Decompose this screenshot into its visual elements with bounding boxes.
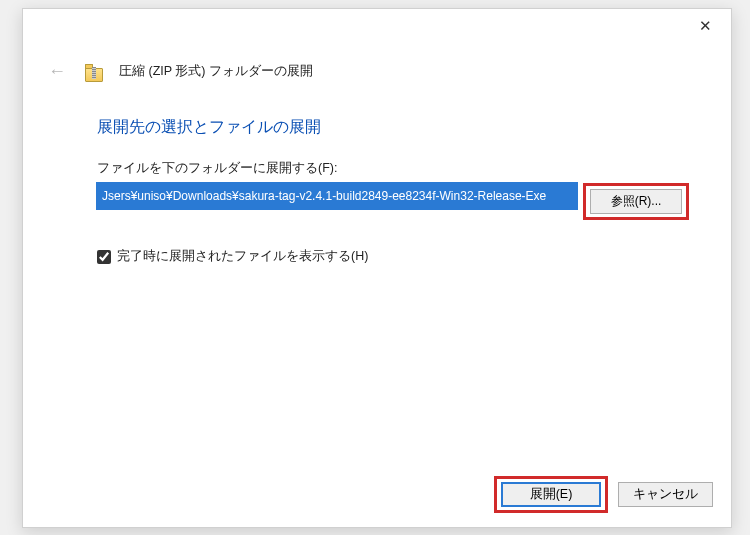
zip-folder-icon <box>85 60 103 82</box>
destination-folder-label: ファイルを下のフォルダーに展開する(F): <box>97 160 689 177</box>
back-button[interactable]: ← <box>45 59 69 83</box>
browse-button[interactable]: 参照(R)... <box>590 189 682 214</box>
show-files-label: 完了時に展開されたファイルを表示する(H) <box>117 248 368 265</box>
cancel-button[interactable]: キャンセル <box>618 482 713 507</box>
dialog-header: ← 圧縮 (ZIP 形式) フォルダーの展開 <box>23 41 731 91</box>
browse-highlight: 参照(R)... <box>583 183 689 220</box>
window-titlebar: ✕ <box>23 9 731 41</box>
dialog-title: 圧縮 (ZIP 形式) フォルダーの展開 <box>119 63 313 80</box>
show-files-checkbox-row[interactable]: 完了時に展開されたファイルを表示する(H) <box>97 248 689 265</box>
dialog-footer: 展開(E) キャンセル <box>494 476 713 513</box>
show-files-checkbox[interactable] <box>97 250 111 264</box>
close-icon: ✕ <box>699 17 712 35</box>
dialog-content: 展開先の選択とファイルの展開 ファイルを下のフォルダーに展開する(F): 参照(… <box>23 91 731 265</box>
back-arrow-icon: ← <box>48 61 66 82</box>
close-button[interactable]: ✕ <box>685 13 725 39</box>
destination-row: 参照(R)... <box>97 183 689 220</box>
destination-path-input[interactable] <box>97 183 577 209</box>
extract-zip-dialog: ✕ ← 圧縮 (ZIP 形式) フォルダーの展開 展開先の選択とファイルの展開 … <box>22 8 732 528</box>
extract-highlight: 展開(E) <box>494 476 608 513</box>
page-heading: 展開先の選択とファイルの展開 <box>97 117 689 138</box>
extract-button[interactable]: 展開(E) <box>501 482 601 507</box>
